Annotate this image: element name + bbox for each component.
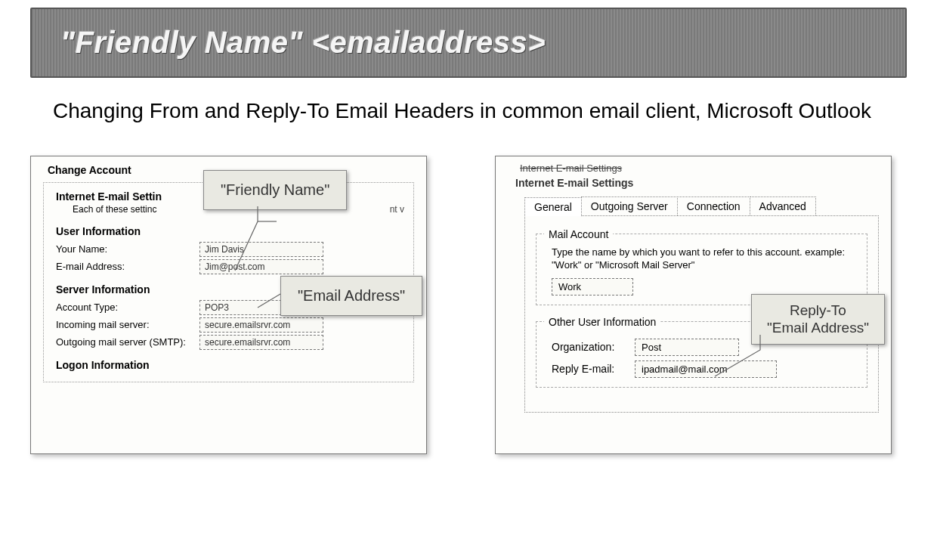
incoming-server-label: Incoming mail server: xyxy=(56,319,199,330)
account-type-label: Account Type: xyxy=(56,302,199,313)
banner-title: "Friendly Name" <emailaddress> xyxy=(60,26,877,60)
tab-outgoing-server[interactable]: Outgoing Server xyxy=(581,196,678,215)
internet-email-settings-dialog: Internet E-mail Settings Internet E-mail… xyxy=(495,156,892,454)
outgoing-server-label: Outgoing mail server (SMTP): xyxy=(56,336,199,348)
mail-account-hint: Type the name by which you want to refer… xyxy=(552,246,859,272)
your-name-input[interactable]: Jim Davis xyxy=(199,242,323,257)
outgoing-server-input[interactable]: secure.emailsrvr.com xyxy=(199,335,323,350)
other-user-info-legend: Other User Information xyxy=(544,316,660,328)
dialog-title: Internet E-mail Settings xyxy=(515,177,883,189)
callout-reply-to: Reply-To "Email Address" xyxy=(751,294,885,345)
email-input[interactable]: Jim@post.com xyxy=(199,259,323,274)
subtitle: Changing From and Reply-To Email Headers… xyxy=(53,97,884,125)
user-info-heading: User Information xyxy=(56,225,401,237)
callout-friendly-name: "Friendly Name" xyxy=(203,170,347,210)
title-banner: "Friendly Name" <emailaddress> xyxy=(30,8,907,78)
tab-bar: General Outgoing Server Connection Advan… xyxy=(524,196,883,215)
callout-email-address: "Email Address" xyxy=(280,276,422,316)
your-name-label: Your Name: xyxy=(56,243,199,255)
organization-label: Organization: xyxy=(552,341,635,353)
mail-account-name-input[interactable]: Work xyxy=(552,278,633,295)
change-account-dialog: Change Account Internet E-mail Settin Ea… xyxy=(30,156,427,454)
reply-email-label: Reply E-mail: xyxy=(552,363,635,375)
tab-general[interactable]: General xyxy=(524,197,582,216)
tab-advanced[interactable]: Advanced xyxy=(750,196,816,215)
reply-email-input[interactable]: ipadmail@mail.com xyxy=(635,360,777,378)
email-label: E-mail Address: xyxy=(56,261,199,272)
tab-connection[interactable]: Connection xyxy=(677,196,750,215)
obscured-title: Internet E-mail Settings xyxy=(520,162,883,174)
logon-info-heading: Logon Information xyxy=(56,359,401,371)
mail-account-legend: Mail Account xyxy=(544,228,613,240)
organization-input[interactable]: Post xyxy=(635,339,739,356)
incoming-server-input[interactable]: secure.emailsrvr.com xyxy=(199,317,323,333)
